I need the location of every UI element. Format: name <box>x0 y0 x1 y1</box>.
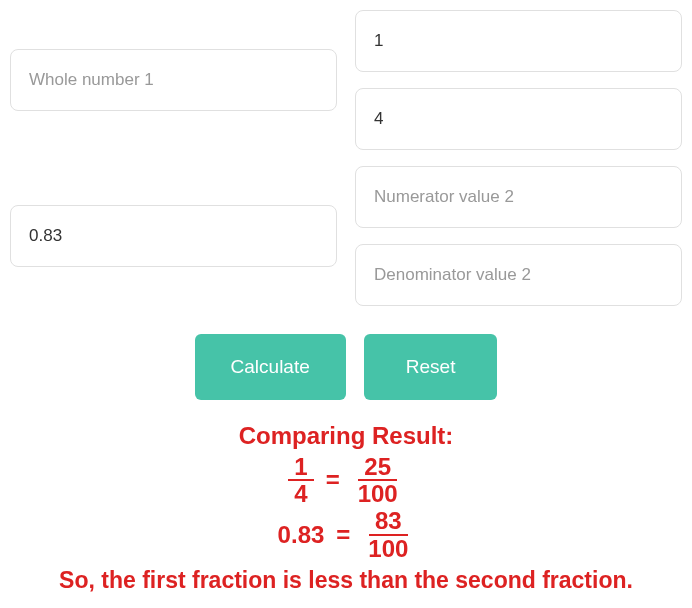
result-title: Comparing Result: <box>10 422 682 450</box>
equation-1: 1 4 = 25 100 <box>10 454 682 506</box>
numerator-2-input[interactable] <box>355 166 682 228</box>
fraction-numerator: 83 <box>369 508 408 535</box>
whole-number-1-input[interactable] <box>10 49 337 111</box>
fraction-numerator: 25 <box>358 454 397 481</box>
equals-sign: = <box>334 521 352 549</box>
fraction-denominator: 100 <box>362 536 414 561</box>
inputs-grid <box>10 10 682 306</box>
numerator-1-input[interactable] <box>355 10 682 72</box>
whole-number-2-input[interactable] <box>10 205 337 267</box>
fraction-1-left: 1 4 <box>288 454 313 506</box>
result-conclusion: So, the first fraction is less than the … <box>10 567 682 594</box>
fraction-denominator: 4 <box>288 481 313 506</box>
denominator-1-input[interactable] <box>355 88 682 150</box>
equation-2: 0.83 = 83 100 <box>10 508 682 560</box>
denominator-2-input[interactable] <box>355 244 682 306</box>
decimal-value: 0.83 <box>278 521 325 549</box>
fraction-numerator: 1 <box>288 454 313 481</box>
result-section: Comparing Result: 1 4 = 25 100 0.83 = 83… <box>10 422 682 594</box>
button-row: Calculate Reset <box>10 334 682 400</box>
fraction-2-right: 83 100 <box>362 508 414 560</box>
calculate-button[interactable]: Calculate <box>195 334 346 400</box>
fraction-1-right: 25 100 <box>352 454 404 506</box>
equals-sign: = <box>324 466 342 494</box>
fraction-denominator: 100 <box>352 481 404 506</box>
reset-button[interactable]: Reset <box>364 334 498 400</box>
